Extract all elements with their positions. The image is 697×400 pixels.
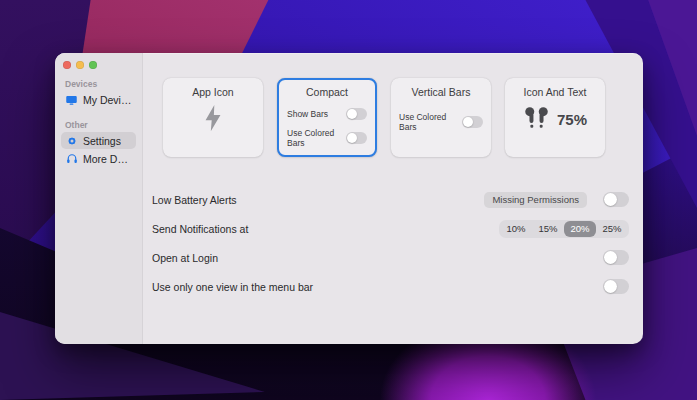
card-title: Icon And Text [505, 86, 605, 98]
view-card-icon-and-text[interactable]: Icon And Text [505, 78, 605, 157]
sidebar: Devices My Devices Other [55, 53, 143, 344]
view-card-app-icon[interactable]: App Icon [163, 78, 263, 157]
lightning-bolt-icon [163, 104, 263, 132]
setting-label: Open at Login [152, 252, 218, 264]
sidebar-item-my-devices[interactable]: My Devices [61, 91, 136, 108]
missing-permissions-badge: Missing Permissions [484, 192, 587, 208]
setting-label: Send Notifications at [152, 223, 248, 235]
sidebar-item-label: More Devi… [83, 153, 132, 165]
segment-10[interactable]: 10% [500, 221, 532, 237]
open-at-login-row: Open at Login [152, 243, 629, 272]
toggle-label: Show Bars [287, 109, 328, 119]
settings-rows: Low Battery Alerts Missing Permissions S… [152, 185, 629, 301]
card-toggle-list: Use Colored Bars [391, 112, 491, 132]
show-bars-row: Show Bars [287, 108, 367, 120]
settings-pane: App Icon Compact Show Bars [143, 53, 643, 344]
single-view-toggle[interactable] [603, 279, 629, 294]
use-colored-bars-toggle[interactable] [462, 116, 483, 128]
show-bars-toggle[interactable] [346, 108, 367, 120]
card-toggle-list: Show Bars Use Colored Bars [279, 108, 375, 148]
sidebar-item-label: Settings [83, 135, 121, 147]
segment-15[interactable]: 15% [532, 221, 564, 237]
use-colored-bars-row: Use Colored Bars [287, 128, 367, 148]
sidebar-item-settings[interactable]: Settings [61, 132, 136, 149]
use-colored-bars-row: Use Colored Bars [399, 112, 483, 132]
toggle-label: Use Colored Bars [287, 128, 346, 148]
use-colored-bars-toggle[interactable] [346, 132, 367, 144]
setting-label: Low Battery Alerts [152, 194, 237, 206]
card-title: Compact [279, 86, 375, 98]
sidebar-item-more-devices[interactable]: More Devi… [61, 150, 136, 167]
airpods-icon [523, 106, 550, 133]
card-title: App Icon [163, 86, 263, 98]
view-card-compact[interactable]: Compact Show Bars Use Colored Bars [277, 78, 377, 157]
sidebar-item-label: My Devices [83, 94, 132, 106]
zoom-button[interactable] [89, 61, 97, 69]
close-button[interactable] [63, 61, 71, 69]
sidebar-section-other: Other [61, 120, 136, 130]
setting-label: Use only one view in the menu bar [152, 281, 313, 293]
battery-percentage: 75% [557, 111, 587, 128]
send-notifications-row: Send Notifications at 10% 15% 20% 25% [152, 214, 629, 243]
minimize-button[interactable] [76, 61, 84, 69]
titlebar-traffic-lights[interactable] [61, 61, 136, 77]
desktop-wallpaper: Devices My Devices Other [0, 0, 697, 400]
headphones-icon [65, 152, 78, 166]
toggle-label: Use Colored Bars [399, 112, 462, 132]
card-title: Vertical Bars [391, 86, 491, 98]
sidebar-section-devices: Devices [61, 79, 136, 89]
devices-icon [65, 93, 78, 107]
battery-preview: 75% [505, 106, 605, 133]
gear-icon [65, 134, 78, 148]
low-battery-alerts-toggle[interactable] [603, 192, 629, 207]
notification-threshold-segmented-control: 10% 15% 20% 25% [499, 220, 629, 238]
single-view-row: Use only one view in the menu bar [152, 272, 629, 301]
app-window: Devices My Devices Other [55, 53, 643, 344]
view-card-vertical-bars[interactable]: Vertical Bars Use Colored Bars [391, 78, 491, 157]
open-at-login-toggle[interactable] [603, 250, 629, 265]
menu-bar-view-cards: App Icon Compact Show Bars [163, 78, 629, 157]
low-battery-alerts-row: Low Battery Alerts Missing Permissions [152, 185, 629, 214]
segment-20[interactable]: 20% [564, 221, 596, 237]
segment-25[interactable]: 25% [596, 221, 628, 237]
